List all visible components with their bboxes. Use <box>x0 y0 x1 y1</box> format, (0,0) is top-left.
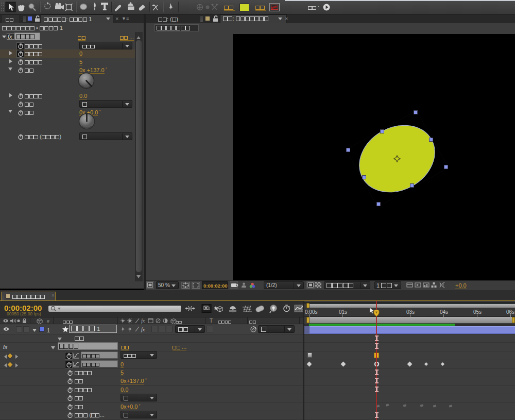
svg-text:fx: fx <box>141 327 145 332</box>
svg-text:#: # <box>47 319 49 324</box>
svg-text:fx: fx <box>141 318 145 324</box>
